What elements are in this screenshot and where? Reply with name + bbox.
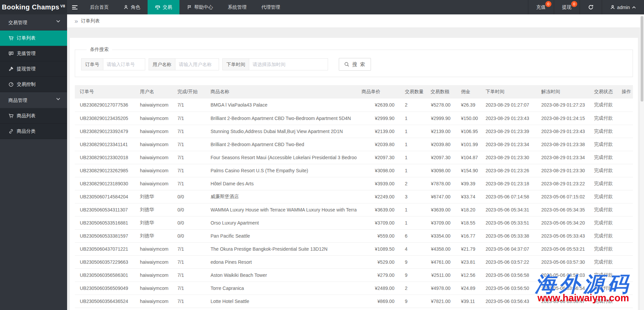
cell-username: 刘德华 <box>135 229 172 242</box>
cell-unfreeze-time: 2023-08-29 01:24:15 <box>536 112 589 125</box>
table-row: UB2305060533381597刘德华0/0Pan Pacific Seat… <box>75 229 633 242</box>
cell-status: 完成付款 <box>589 177 617 190</box>
cell-unit-price: ¥2999.90 <box>357 112 400 125</box>
sidebar-item-product-list[interactable]: 商品列表 <box>0 108 67 124</box>
table-row: UB2305060534311307刘德华0/0WAMMA Luxury Hou… <box>75 203 633 216</box>
cell-order-no: UB2305060534311307 <box>75 203 135 216</box>
cell-amount: ¥5278.00 <box>425 99 456 112</box>
cell-order-time: 2023-05-06 04:37:07 <box>481 242 536 255</box>
cell-order-time: 2023-05-06 03:56:50 <box>481 282 536 295</box>
sidebar-item-withdraw-management[interactable]: 提现管理 <box>0 61 67 77</box>
nav-item-agent-management[interactable]: 代理管理 <box>254 0 287 14</box>
table-row: UB2305060437071221haiwaiymcom7/1The Okur… <box>75 242 633 255</box>
nav-label: 后台首页 <box>90 4 109 10</box>
cell-unit-price: ¥2139.00 <box>357 125 400 138</box>
cell-order-time: 2023-05-06 07:14:58 <box>481 190 536 203</box>
cell-username: haiwaiymcom <box>135 295 172 308</box>
cell-username: haiwaiymcom <box>135 99 172 112</box>
cell-done-start: 7/1 <box>172 125 206 138</box>
cell-order-time: 2023-08-29 01:23:34 <box>481 138 536 151</box>
cell-order-time: 2023-08-29 01:23:43 <box>481 112 536 125</box>
cell-action <box>617 229 633 242</box>
order-no-input[interactable] <box>103 58 145 70</box>
cell-unfreeze-time: 2023-05-06 03:57:03 <box>536 268 589 282</box>
chevron-down-icon <box>56 98 60 101</box>
nav-item-trade[interactable]: 交易 <box>148 0 179 14</box>
cell-username: haiwaiymcom <box>135 268 172 282</box>
cell-order-time: 2023-05-06 05:33:51 <box>481 216 536 229</box>
cell-commission: ¥24.89 <box>456 282 481 295</box>
sidebar-item-order-list[interactable]: 订单列表 <box>0 30 67 46</box>
scrollbar-thumb[interactable] <box>641 16 643 102</box>
header-right-menu: 充值 0 提现 0 admin <box>528 0 644 14</box>
sidebar-item-label: 交易控制 <box>17 81 36 87</box>
recharge-button[interactable]: 充值 0 <box>528 0 554 14</box>
cell-commission: ¥18.20 <box>456 203 481 216</box>
cell-done-start: 0/0 <box>172 216 206 229</box>
vertical-scrollbar[interactable] <box>640 14 644 310</box>
sidebar-group-product-management[interactable]: 商品管理 <box>0 92 67 108</box>
cell-unit-price: ¥739.00 <box>357 308 400 310</box>
cell-product-name: Hôtel Dame des Arts <box>206 177 357 190</box>
table-row: UB2305060356586301haiwaiymcom7/1Aston Wa… <box>75 268 633 282</box>
username-input[interactable] <box>175 58 219 70</box>
nav-item-dashboard[interactable]: 后台首页 <box>83 0 116 14</box>
cell-order-no: UB2308290123341141 <box>75 138 135 151</box>
col-header-commission: 佣金 <box>456 85 481 99</box>
sidebar-item-product-category[interactable]: 商品分类 <box>0 124 67 139</box>
cell-quantity: 9 <box>400 255 426 268</box>
table-row: UB2308290123392479haiwaiymcom7/1Stunning… <box>75 125 633 138</box>
cell-unit-price: ¥3098.00 <box>357 164 400 177</box>
cell-done-start: 7/1 <box>172 151 206 164</box>
cell-product-name: 威廉斯堡酒店 <box>206 190 357 203</box>
cell-username: 刘德华 <box>135 190 172 203</box>
nav-item-help-center[interactable]: 帮助中心 <box>179 0 220 14</box>
cell-unfreeze-time: 2023-05-06 03:57:30 <box>536 255 589 268</box>
withdraw-button[interactable]: 提现 0 <box>554 0 580 14</box>
user-menu[interactable]: admin <box>602 0 644 14</box>
cell-username: haiwaiymcom <box>135 164 172 177</box>
cell-status: 完成付款 <box>589 295 617 308</box>
cell-order-no: UB2305060356326989 <box>75 308 135 310</box>
col-header-product-name: 商品名称 <box>206 85 357 99</box>
orders-table-body: UB2308290127077536haiwaiymcom7/1BMGA l V… <box>75 99 633 310</box>
breadcrumb-chevrons-icon: » <box>74 18 78 24</box>
cell-commission: ¥104.87 <box>456 151 481 164</box>
order-time-input[interactable] <box>249 58 328 70</box>
cell-product-name: Stunning Studio,Address Dubai Mall,Burj … <box>206 125 357 138</box>
cell-order-no: UB2305060356436524 <box>75 295 135 308</box>
col-header-amount: 交易数额 <box>425 85 456 99</box>
top-nav: 后台首页 角色 交易 帮助中心 系统管理 代理管理 <box>83 0 287 14</box>
cell-unfreeze-time: 2023-08-29 01:23:30 <box>536 164 589 177</box>
cell-status: 完成付款 <box>589 203 617 216</box>
cell-status: 完成付款 <box>589 282 617 295</box>
cell-action <box>617 112 633 125</box>
cell-unfreeze-time: 2023-05-06 05:34:35 <box>536 203 589 216</box>
cell-unfreeze-time: 2023-05-06 07:15:02 <box>536 190 589 203</box>
sidebar-item-recharge-management[interactable]: 充值管理 <box>0 46 67 61</box>
cell-username: haiwaiymcom <box>135 177 172 190</box>
cell-unfreeze-time: 2023-05-06 03:56:47 <box>536 295 589 308</box>
col-header-unit-price: 商品单价 <box>357 85 400 99</box>
cell-order-time: 2023-08-29 01:23:18 <box>481 177 536 190</box>
cell-action <box>617 138 633 151</box>
cell-order-no: UB2305060714584204 <box>75 190 135 203</box>
cell-quantity: 5 <box>400 308 426 310</box>
sidebar-item-trade-control[interactable]: 交易控制 <box>0 77 67 92</box>
cell-order-no: UB2308290123262985 <box>75 164 135 177</box>
nav-item-system-management[interactable]: 系统管理 <box>220 0 254 14</box>
sidebar-toggle-button[interactable] <box>67 0 83 14</box>
nav-item-roles[interactable]: 角色 <box>116 0 148 14</box>
chevron-up-icon <box>632 6 636 9</box>
cell-done-start: 0/0 <box>172 203 206 216</box>
sidebar-item-label: 提现管理 <box>17 66 36 72</box>
cell-username: haiwaiymcom <box>135 282 172 295</box>
search-button[interactable]: 搜 索 <box>339 58 371 71</box>
table-row: UB2308290123189030haiwaiymcom7/1Hôtel Da… <box>75 177 633 190</box>
cell-order-time: 2023-05-06 05:34:31 <box>481 203 536 216</box>
order-no-field-group: 订单号 <box>81 58 145 70</box>
sidebar-group-trade-management[interactable]: 交易管理 <box>0 14 67 30</box>
username-field-label: 用户名称 <box>149 58 175 70</box>
brand-logo: Booking Champs V8 <box>0 0 67 14</box>
refresh-button[interactable] <box>580 0 602 14</box>
